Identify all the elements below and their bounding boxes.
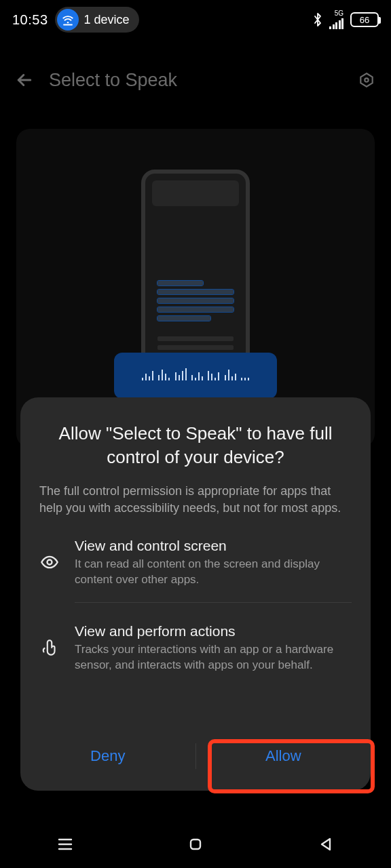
deny-button[interactable]: Deny [20, 734, 196, 778]
svg-marker-1 [360, 73, 372, 87]
permission-title: View and control screen [75, 538, 352, 554]
permission-description: Tracks your interactions with an app or … [75, 642, 352, 673]
svg-point-2 [365, 78, 368, 81]
network-type-label: 5G [335, 10, 343, 17]
back-arrow-icon[interactable] [14, 69, 35, 91]
svg-point-3 [48, 559, 52, 564]
divider [75, 602, 352, 603]
battery-icon: 66 [350, 12, 379, 27]
cast-device-count: 1 device [84, 13, 130, 27]
touch-icon [39, 638, 60, 658]
app-header: Select to Speak [0, 60, 391, 100]
status-time: 10:53 [12, 12, 48, 28]
eye-icon [39, 553, 60, 572]
permission-view-screen: View and control screen It can read all … [39, 538, 352, 588]
svg-point-0 [67, 22, 68, 23]
bluetooth-icon [313, 12, 322, 27]
illustration-speech-bubble [114, 353, 277, 399]
dialog-actions: Deny Allow [20, 734, 371, 778]
home-button[interactable] [184, 833, 207, 856]
permission-perform-actions: View and perform actions Tracks your int… [39, 623, 352, 673]
battery-level: 66 [360, 15, 369, 25]
svg-rect-4 [191, 840, 200, 849]
wifi-cast-icon [57, 9, 79, 31]
permission-description: It can read all content on the screen an… [75, 557, 352, 588]
permission-dialog: Allow "Select to Speak" to have full con… [20, 397, 371, 791]
settings-gear-icon[interactable] [356, 69, 377, 91]
cellular-signal-icon: 5G [329, 10, 343, 29]
status-bar: 10:53 1 device 5G 6 [0, 0, 391, 39]
dialog-subtitle: The full control permission is appropria… [39, 483, 352, 517]
back-button[interactable] [314, 833, 337, 856]
page-title: Select to Speak [49, 70, 177, 91]
dialog-title: Allow "Select to Speak" to have full con… [39, 422, 352, 469]
recent-apps-button[interactable] [54, 833, 77, 856]
cast-devices-chip[interactable]: 1 device [55, 7, 139, 33]
system-nav-bar [0, 821, 391, 868]
permission-title: View and perform actions [75, 623, 352, 639]
allow-button[interactable]: Allow [196, 734, 371, 778]
